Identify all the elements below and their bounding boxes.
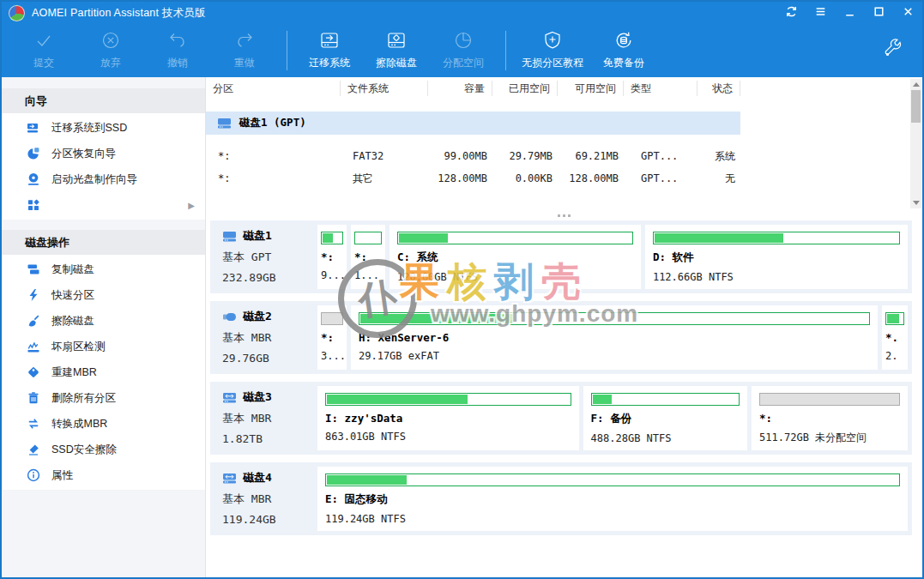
backup-sync-icon <box>613 29 635 54</box>
drive-erase-icon <box>385 29 408 54</box>
external-disk-icon <box>222 472 237 485</box>
col-type[interactable]: 类型 <box>624 81 698 96</box>
settings-wrench-button[interactable] <box>883 38 917 63</box>
scroll-thumb[interactable] <box>911 90 921 123</box>
minimize-button[interactable] <box>835 2 864 24</box>
sidebar-item-more-wizards[interactable]: ▶ <box>2 192 205 218</box>
shield-plus-icon <box>541 29 564 54</box>
lightning-icon <box>27 288 40 302</box>
partition-block[interactable]: *. 2. <box>882 305 908 370</box>
redo-icon <box>233 29 256 54</box>
col-used[interactable]: 已用空间 <box>492 81 558 96</box>
convert-cycle-icon <box>27 417 40 431</box>
sidebar-item-migrate-to-ssd[interactable]: 迁移系统到SSD <box>2 115 205 141</box>
sidebar: 向导 迁移系统到SSD 分区恢复向导 启动光盘制作向导 ▶ <box>2 77 206 577</box>
drive-arrow-icon <box>27 121 40 135</box>
disk-group-row[interactable]: 磁盘1 (GPT) <box>206 112 740 135</box>
migrate-os-button[interactable]: 迁移系统 <box>296 24 363 77</box>
partition-table: 分区 文件系统 容量 已用空间 可用空间 类型 状态 磁盘1 (GPT) *: … <box>206 77 922 212</box>
waveform-icon <box>27 340 40 353</box>
disk2-info[interactable]: 磁盘2 基本 MBR 29.76GB <box>214 305 313 370</box>
broom-icon <box>27 314 40 328</box>
partition-block-unallocated[interactable]: *: 511.72GB 未分配空间 <box>752 386 908 450</box>
partition-block-i[interactable]: I: zzy'sData 863.01GB NTFS <box>317 386 579 450</box>
redo-button[interactable]: 重做 <box>211 24 278 77</box>
sidebar-section-wizards: 向导 <box>2 88 205 113</box>
disk3-info[interactable]: 磁盘3 基本 MBR 1.82TB <box>214 386 313 450</box>
minimize-icon <box>843 5 856 21</box>
maximize-icon <box>873 5 885 21</box>
tag-icon <box>27 365 40 379</box>
check-icon <box>33 29 55 54</box>
trash-icon <box>27 391 40 405</box>
info-icon <box>27 468 40 482</box>
partition-block-unallocated[interactable]: *: 3... <box>317 305 347 370</box>
sidebar-item-copy-disk[interactable]: 复制磁盘 <box>2 256 205 282</box>
drive-migrate-icon <box>318 29 341 54</box>
main-area: 分区 文件系统 容量 已用空间 可用空间 类型 状态 磁盘1 (GPT) *: … <box>206 77 922 577</box>
close-button[interactable] <box>893 2 922 24</box>
sidebar-item-bad-sector-check[interactable]: 坏扇区检测 <box>2 334 205 359</box>
title-bar: AOMEI Partition Assistant 技术员版 <box>2 2 922 24</box>
undo-icon <box>166 29 189 54</box>
maximize-button[interactable] <box>864 2 893 24</box>
sidebar-item-convert-to-mbr[interactable]: 转换成MBR <box>2 411 205 437</box>
sidebar-item-rebuild-mbr[interactable]: 重建MBR <box>2 359 205 385</box>
toolbar-separator <box>505 31 506 70</box>
lossless-tutorial-button[interactable]: 无损分区教程 <box>515 24 590 77</box>
disk2-panel: 磁盘2 基本 MBR 29.76GB *: 3... H: XenServer-… <box>210 301 912 374</box>
sidebar-item-ssd-secure-erase[interactable]: SSD安全擦除 <box>2 437 205 462</box>
toolbar: 提交 放弃 撤销 重做 迁移系统 擦除磁盘 分配空间 无损 <box>2 24 922 77</box>
disk1-info[interactable]: 磁盘1 基本 GPT 232.89GB <box>214 225 313 289</box>
pane-splitter[interactable] <box>206 212 922 219</box>
wipe-disk-button[interactable]: 擦除磁盘 <box>363 24 430 77</box>
chevron-right-icon: ▶ <box>188 201 195 210</box>
sidebar-item-quick-partition[interactable]: 快速分区 <box>2 282 205 308</box>
col-free[interactable]: 可用空间 <box>558 81 624 96</box>
copy-disk-icon <box>27 262 40 276</box>
apps-grid-icon <box>27 198 40 212</box>
partition-block-h[interactable]: H: XenServer-6 29.17GB exFAT <box>351 305 878 370</box>
partition-block-e[interactable]: E: 固态移动 119.24GB NTFS <box>317 467 908 531</box>
usb-drive-icon <box>222 311 237 323</box>
partition-block[interactable]: *: 9... <box>317 225 347 289</box>
partition-block-c[interactable]: C: 系统 120.00GB NTFS <box>390 225 641 289</box>
col-filesystem[interactable]: 文件系统 <box>341 81 428 96</box>
table-scrollbar[interactable] <box>910 79 921 208</box>
wrench-icon <box>883 48 905 63</box>
sidebar-item-partition-recovery[interactable]: 分区恢复向导 <box>2 141 205 166</box>
col-status[interactable]: 状态 <box>698 81 740 96</box>
refresh-button[interactable] <box>776 2 806 24</box>
disk1-panel: 磁盘1 基本 GPT 232.89GB *: 9... *: 1... <box>210 220 912 293</box>
table-row[interactable]: *: FAT32 99.00MB 29.79MB 69.21MB GPT... … <box>206 145 922 167</box>
col-partition[interactable]: 分区 <box>206 81 341 96</box>
scroll-up-icon[interactable] <box>913 82 920 87</box>
disk3-panel: 磁盘3 基本 MBR 1.82TB I: zzy'sData 863.01GB … <box>210 382 912 455</box>
external-disk-icon <box>222 391 237 404</box>
disk4-panel: 磁盘4 基本 MBR 119.24GB E: 固态移动 119.24GB NTF… <box>210 462 912 535</box>
scroll-down-icon[interactable] <box>913 201 920 205</box>
partition-block-d[interactable]: D: 软件 112.66GB NTFS <box>645 225 908 289</box>
free-backup-button[interactable]: 免费备份 <box>590 24 657 77</box>
sidebar-item-delete-all-partitions[interactable]: 删除所有分区 <box>2 385 205 411</box>
partition-block-f[interactable]: F: 备份 488.28GB NTFS <box>583 386 748 450</box>
sidebar-item-properties[interactable]: 属性 <box>2 462 205 488</box>
sidebar-section-disk-operations: 磁盘操作 <box>2 230 205 255</box>
col-capacity[interactable]: 容量 <box>428 81 492 96</box>
commit-button[interactable]: 提交 <box>10 24 77 77</box>
pie-recover-icon <box>27 147 40 160</box>
partition-block[interactable]: *: 1... <box>351 225 385 289</box>
cancel-circle-icon <box>100 29 122 54</box>
refresh-icon <box>785 5 798 21</box>
app-window: AOMEI Partition Assistant 技术员版 提交 <box>0 0 924 579</box>
table-row[interactable]: *: 其它 128.00MB 0.00KB 128.00MB GPT... 无 <box>206 167 922 190</box>
sidebar-item-wipe-disk[interactable]: 擦除磁盘 <box>2 308 205 334</box>
toolbar-separator <box>287 31 287 70</box>
app-logo-icon <box>9 5 25 21</box>
sidebar-item-bootable-media[interactable]: 启动光盘制作向导 <box>2 166 205 192</box>
allocate-space-button[interactable]: 分配空间 <box>430 24 497 77</box>
undo-button[interactable]: 撤销 <box>144 24 211 77</box>
discard-button[interactable]: 放弃 <box>77 24 144 77</box>
disk4-info[interactable]: 磁盘4 基本 MBR 119.24GB <box>214 467 313 531</box>
menu-button[interactable] <box>806 2 835 24</box>
